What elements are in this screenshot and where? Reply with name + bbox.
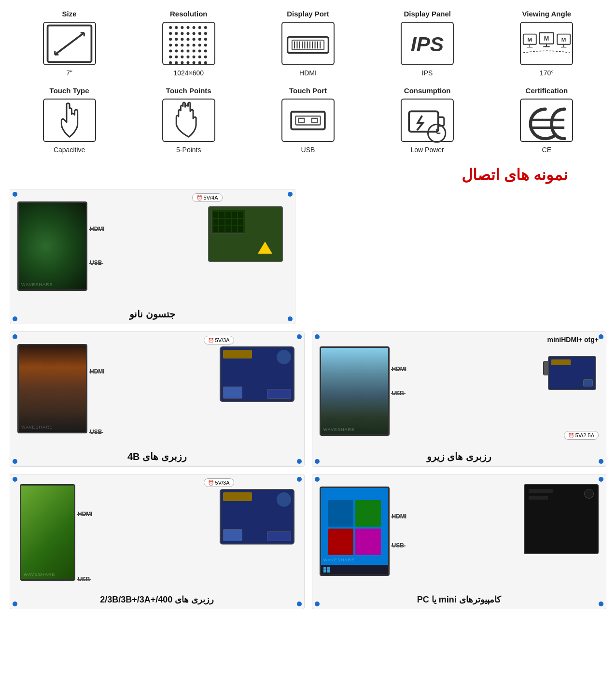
spec-certification-value: CE bbox=[542, 146, 551, 154]
jetson-power-badge: ⏰ 5V/4A bbox=[192, 193, 223, 202]
size-icon bbox=[44, 22, 95, 66]
svg-rect-83 bbox=[298, 118, 304, 122]
spec-certification: Certification CE bbox=[518, 86, 575, 154]
spec-touchport: Touch Port USB bbox=[279, 86, 337, 154]
corner-dot-tl bbox=[315, 477, 320, 482]
consumption-icon bbox=[402, 97, 453, 144]
spec-touchtype-label: Touch Type bbox=[50, 86, 89, 95]
spec-displayport-label: Display Port bbox=[287, 10, 329, 18]
svg-point-41 bbox=[169, 55, 172, 58]
corner-dot-tr bbox=[599, 334, 603, 339]
spec-viewingangle-icon-box: M M M bbox=[520, 22, 573, 65]
svg-text:M: M bbox=[528, 37, 532, 43]
specs-row2: Touch Type Capacitive Touch Points 5-Poi… bbox=[0, 82, 616, 156]
spec-displayport: Display Port bbox=[279, 10, 337, 77]
rpi3-power-label: 5V/3A bbox=[215, 480, 230, 486]
svg-point-29 bbox=[181, 43, 183, 46]
certification-icon bbox=[521, 100, 572, 141]
pc-screen: WAVESHARE bbox=[320, 487, 390, 576]
svg-point-36 bbox=[181, 49, 183, 52]
rpi3-power-badge: ⏰ 5V/3A bbox=[204, 478, 234, 487]
pc-box bbox=[524, 484, 599, 554]
jetson-title: جتسون نانو bbox=[10, 308, 295, 320]
connections-section: نمونه های اتصال WAVESHARE bbox=[0, 156, 616, 626]
jetson-screen: WAVESHARE bbox=[17, 201, 87, 291]
touchtype-icon bbox=[44, 97, 95, 144]
svg-point-52 bbox=[192, 61, 195, 64]
spec-consumption-label: Consumption bbox=[404, 86, 451, 95]
svg-point-17 bbox=[192, 32, 195, 35]
conn-jetson: WAVESHARE ⏰ 5V/4A HDMI USB bbox=[10, 189, 295, 324]
rpi4-title: رزبری های 4B bbox=[10, 451, 304, 462]
svg-point-33 bbox=[204, 43, 207, 46]
rpizero-power-label: 5V/2.5A bbox=[575, 432, 594, 438]
svg-point-21 bbox=[175, 38, 178, 41]
corner-dot-tr bbox=[288, 192, 293, 197]
svg-point-39 bbox=[198, 49, 201, 52]
spec-certification-icon-box bbox=[520, 99, 573, 142]
rpizero-board bbox=[548, 356, 596, 390]
svg-point-32 bbox=[198, 43, 201, 46]
conn-row1: WAVESHARE ⏰ 5V/4A HDMI USB bbox=[10, 189, 606, 324]
spec-viewingangle-value: 170° bbox=[540, 69, 554, 77]
watermark-jetson: WAVESHARE bbox=[21, 282, 53, 287]
corner-dot-tl bbox=[13, 334, 17, 339]
jetson-board bbox=[208, 206, 283, 262]
rpi3-board bbox=[220, 489, 294, 545]
jetson-hdmi-line bbox=[89, 229, 103, 230]
svg-point-27 bbox=[169, 43, 172, 46]
specs-row1: Size 7" Resolution bbox=[0, 0, 616, 82]
rpizero-title-latin: miniHDMI+ otg+ bbox=[547, 336, 599, 344]
svg-point-14 bbox=[175, 32, 178, 35]
svg-point-6 bbox=[169, 26, 172, 29]
svg-point-42 bbox=[175, 55, 178, 58]
svg-text:M: M bbox=[544, 35, 549, 42]
watermark-rpi4: WAVESHARE bbox=[21, 425, 53, 430]
spec-consumption: Consumption Low Power bbox=[398, 86, 456, 154]
svg-rect-85 bbox=[409, 111, 438, 131]
svg-rect-82 bbox=[295, 116, 320, 125]
spec-displaypanel: Display Panel IPS IPS bbox=[398, 10, 456, 77]
svg-point-26 bbox=[204, 38, 207, 41]
jetson-power-label: 5V/4A bbox=[204, 195, 218, 201]
spec-touchpoints-label: Touch Points bbox=[166, 86, 211, 95]
svg-point-34 bbox=[169, 49, 172, 52]
svg-point-8 bbox=[181, 26, 183, 29]
svg-point-51 bbox=[186, 61, 189, 64]
spec-touchport-value: USB bbox=[301, 146, 315, 154]
rpi4-screen: WAVESHARE bbox=[17, 344, 87, 433]
rpizero-usb-line bbox=[391, 393, 406, 394]
svg-point-25 bbox=[198, 38, 201, 41]
rpi3-usb-line bbox=[77, 579, 91, 580]
spec-viewingangle: Viewing Angle M M bbox=[518, 10, 575, 77]
rpi3-screen: WAVESHARE bbox=[20, 484, 75, 581]
spec-size-icon-box bbox=[43, 22, 96, 65]
svg-point-23 bbox=[186, 38, 189, 41]
spec-resolution-icon-box bbox=[162, 22, 215, 65]
spec-resolution-label: Resolution bbox=[170, 10, 208, 18]
corner-dot-tl bbox=[315, 334, 320, 339]
spec-size-label: Size bbox=[62, 10, 77, 18]
spec-displaypanel-label: Display Panel bbox=[404, 10, 451, 18]
svg-point-9 bbox=[186, 26, 189, 29]
svg-rect-81 bbox=[291, 112, 325, 129]
rpi4-power-label: 5V/3A bbox=[215, 337, 230, 343]
svg-point-15 bbox=[181, 32, 183, 35]
spec-displayport-value: HDMI bbox=[299, 69, 317, 77]
svg-point-19 bbox=[204, 32, 207, 35]
spec-touchtype-value: Capacitive bbox=[54, 146, 85, 154]
jetson-arrow bbox=[258, 242, 272, 254]
watermark-pc: WAVESHARE bbox=[323, 558, 355, 562]
svg-point-30 bbox=[186, 43, 189, 46]
svg-point-44 bbox=[186, 55, 189, 58]
watermark-rpizero: WAVESHARE bbox=[323, 427, 355, 432]
spec-displaypanel-icon-box: IPS bbox=[401, 22, 454, 65]
spec-touchport-icon-box bbox=[281, 99, 335, 142]
svg-point-50 bbox=[181, 61, 183, 64]
spec-touchtype: Touch Type Capacitive bbox=[41, 86, 98, 154]
pc-usb-line bbox=[391, 545, 406, 546]
rpi3-title: رزبری های 2/3B/3B+/3A+/400 bbox=[10, 594, 304, 605]
svg-point-43 bbox=[181, 55, 183, 58]
watermark-rpi3: WAVESHARE bbox=[24, 572, 56, 577]
spec-size: Size 7" bbox=[41, 10, 98, 77]
